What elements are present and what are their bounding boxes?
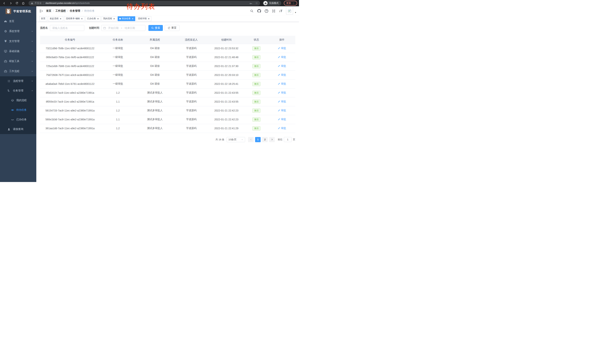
goto-page-input[interactable] (284, 137, 291, 142)
status-badge: 激活 (252, 91, 260, 95)
tab-todo-tasks[interactable]: 待办任务 (118, 16, 135, 21)
header-github-button[interactable] (257, 9, 261, 13)
sidebar-item-task-mgmt[interactable]: 任务管理 (0, 86, 36, 96)
hamburger-fold-icon (39, 9, 43, 13)
tab-close-icon[interactable] (60, 18, 61, 20)
tab-label: 首页 (41, 17, 45, 20)
tab-close-icon[interactable] (148, 18, 150, 20)
process-name-input[interactable] (50, 25, 84, 31)
sidebar-item-infra[interactable]: 基础设施 (0, 46, 36, 56)
bookmark-star-icon[interactable]: ☆ (256, 1, 258, 5)
cell-task-id: 75d72608-7b7f-11ec-a3c8-acde48001122 (40, 71, 100, 80)
cell-starter: 芋道源码 (174, 97, 208, 106)
font-size-button[interactable]: TT (279, 9, 282, 13)
prev-page-button[interactable] (248, 137, 254, 142)
approve-link[interactable]: 审批 (278, 82, 286, 86)
page-size-select[interactable]: 10条/页 (227, 137, 245, 142)
app-logo-row[interactable]: 芋道管理系统 (0, 6, 36, 16)
cell-created: 2022-01-21 22:43:55 (208, 88, 244, 97)
home-icon (22, 2, 25, 5)
approve-link[interactable]: 审批 (278, 100, 286, 103)
cell-task-name: 一级审批 (100, 62, 136, 71)
fullscreen-button[interactable] (272, 9, 275, 13)
browser-menu-icon[interactable]: ⋮ (292, 2, 295, 5)
start-date-input[interactable] (106, 26, 121, 29)
people-icon (11, 99, 14, 102)
breadcrumb-workflow[interactable]: 工作流程 (55, 9, 66, 13)
pen-icon (278, 83, 280, 85)
breadcrumb-home[interactable]: 首页 (46, 9, 51, 13)
browser-forward-button[interactable] (8, 1, 13, 6)
browser-home-button[interactable] (21, 1, 25, 6)
cell-process: OA 请假 (136, 53, 174, 62)
page-button-2[interactable]: 2 (262, 137, 268, 142)
font-size-small-glyph: T (279, 11, 281, 13)
cell-starter: 芋道源码 (174, 71, 208, 80)
sidebar-item-process-mgmt[interactable]: 流程管理 (0, 76, 36, 86)
sidebar-item-done-tasks[interactable]: 已办任务 (0, 115, 36, 124)
person-icon (7, 128, 11, 131)
browser-update-button[interactable]: 更新 ⋮ (284, 1, 297, 6)
next-page-button[interactable] (269, 137, 275, 142)
create-time-label: 创建时间 (89, 26, 99, 30)
breadcrumb-task-mgmt[interactable]: 任务管理 (70, 9, 80, 13)
cell-starter: 芋道源码 (174, 44, 208, 53)
approve-link[interactable]: 审批 (278, 91, 286, 94)
approve-link[interactable]: 审批 (278, 118, 286, 121)
tab-done-tasks[interactable]: 已办任务 (85, 16, 100, 21)
sidebar-item-workflow[interactable]: 工作流程 (0, 66, 36, 76)
tab-close-icon[interactable] (132, 18, 133, 20)
cell-starter: 芋道源码 (174, 106, 208, 115)
tab-close-icon[interactable] (113, 18, 115, 20)
reset-button[interactable]: 重置 (165, 25, 180, 31)
tab-home[interactable]: 首页 (39, 16, 47, 21)
search-icon (250, 9, 254, 13)
approve-link[interactable]: 审批 (278, 65, 286, 68)
date-range-picker[interactable]: - (101, 25, 145, 31)
page-button-1[interactable]: 1 (255, 137, 261, 142)
help-icon[interactable]: ? (265, 9, 268, 13)
table-row: 069c6a63-7b8a-11ec-8ef0-acde48001122 一级审… (40, 53, 295, 62)
cell-created: 2022-01-21 22:41:29 (208, 124, 244, 133)
sidebar-item-system[interactable]: ⚙ 系统管理 (0, 26, 36, 36)
page-size-value: 10条/页 (228, 138, 237, 141)
approve-link[interactable]: 审批 (278, 47, 286, 50)
browser-back-button[interactable] (2, 1, 7, 6)
cell-created: 2022-01-22 21:48:48 (208, 53, 244, 62)
sidebar-item-todo-tasks[interactable]: 待办任务 (0, 105, 36, 115)
tab-process-detail[interactable]: 流程详情 (136, 16, 151, 21)
search-button[interactable]: 搜索 (148, 25, 163, 31)
browser-reload-button[interactable] (15, 1, 19, 6)
table-row: 8f059c03-7ac8-11ec-a9e2-a2380e71991a 1.1… (40, 97, 295, 106)
password-key-icon[interactable] (249, 2, 252, 5)
avatar[interactable] (286, 8, 293, 15)
sidebar-item-devtools[interactable]: 研发工具 (0, 56, 36, 66)
tab-close-icon[interactable] (81, 18, 83, 20)
tab-start-process[interactable]: 发起流程 (48, 16, 63, 21)
reload-icon (15, 2, 18, 5)
sidebar-item-pay[interactable]: ¥ 支付管理 (0, 36, 36, 46)
tab-form-edit[interactable]: 流程表单-编辑 (64, 16, 84, 21)
end-date-input[interactable] (123, 26, 137, 29)
font-size-large-glyph: T (281, 9, 282, 13)
approve-link[interactable]: 审批 (278, 109, 286, 112)
cell-process: 测试多审批人 (136, 97, 174, 106)
sidebar-item-label: 任务管理 (13, 89, 31, 92)
tab-close-icon[interactable] (97, 18, 99, 20)
header-search-button[interactable] (250, 9, 254, 13)
sidebar-item-my-process[interactable]: 我的流程 (0, 96, 36, 105)
breadcrumb-separator: / (53, 9, 54, 12)
url-bar[interactable]: 不安全 dashboard.yudao.iocoder.cn/bpm/task/… (29, 1, 260, 6)
process-name-label: 流程名 (40, 26, 48, 30)
approve-link[interactable]: 审批 (278, 56, 286, 59)
sidebar-collapse-button[interactable] (39, 9, 43, 13)
approve-link[interactable]: 审批 (278, 127, 286, 130)
tab-my-process[interactable]: 我的流程 (101, 16, 117, 21)
sidebar-item-home[interactable]: 首页 (0, 16, 36, 26)
approve-label: 审批 (281, 118, 286, 121)
avatar-caret-icon[interactable]: ▾ (295, 11, 296, 15)
approve-label: 审批 (281, 109, 286, 112)
status-badge: 激活 (252, 73, 260, 77)
sidebar-item-leave-query[interactable]: 请假查询 (0, 124, 36, 134)
approve-link[interactable]: 审批 (278, 73, 286, 77)
